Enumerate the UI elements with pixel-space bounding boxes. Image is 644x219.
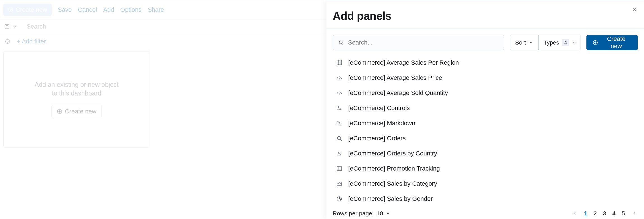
flyout-title: Add panels bbox=[333, 10, 392, 22]
chevron-down-icon bbox=[12, 24, 18, 30]
sliders-icon bbox=[336, 105, 343, 111]
empty-line-1: Add an existing or new object bbox=[35, 81, 119, 88]
panel-item-label: [eCommerce] Orders by Country bbox=[348, 150, 437, 157]
filter-group: Sort Types 4 bbox=[510, 35, 581, 50]
panel-item-label: [eCommerce] Promotion Tracking bbox=[348, 165, 440, 172]
rows-per-page-value: 10 bbox=[377, 210, 383, 217]
toolbar: Create new Save Cancel Add Options Share bbox=[0, 0, 326, 19]
options-link[interactable]: Options bbox=[120, 6, 141, 13]
panel-item-label: [eCommerce] Controls bbox=[348, 104, 410, 112]
types-dropdown[interactable]: Types 4 bbox=[538, 35, 581, 50]
flyout-create-new-button[interactable]: Create new bbox=[586, 35, 638, 50]
add-panels-flyout: Add panels Sort Types 4 bbox=[326, 0, 644, 219]
flyout-footer: Rows per page: 10 12345 bbox=[326, 207, 644, 219]
cancel-link[interactable]: Cancel bbox=[78, 6, 97, 13]
chevron-down-icon bbox=[386, 211, 390, 216]
panel-item-label: [eCommerce] Sales by Category bbox=[348, 180, 437, 187]
panel-item-label: [eCommerce] Sales by Gender bbox=[348, 195, 433, 202]
area-icon bbox=[336, 180, 343, 187]
flyout-header: Add panels bbox=[326, 0, 644, 29]
query-input[interactable] bbox=[22, 20, 326, 34]
close-icon bbox=[632, 7, 637, 13]
panel-list-item[interactable]: [eCommerce] Sales by Category bbox=[333, 176, 638, 191]
controls-row: Sort Types 4 Create new bbox=[333, 35, 638, 50]
dashboard-editor: Create new Save Cancel Add Options Share… bbox=[0, 0, 326, 219]
create-new-label: Create new bbox=[16, 6, 47, 13]
empty-dashboard-panel: Add an existing or new object to this da… bbox=[3, 51, 150, 148]
empty-line-2: to this dashboard bbox=[52, 90, 101, 97]
panel-list-item[interactable]: [eCommerce] Average Sold Quantity bbox=[333, 85, 638, 101]
plus-circle-icon bbox=[8, 7, 13, 13]
save-icon bbox=[4, 24, 10, 30]
table-icon bbox=[336, 165, 343, 172]
panel-list-item[interactable]: [eCommerce] Average Sales Price bbox=[333, 70, 638, 85]
query-bar bbox=[0, 19, 326, 34]
types-count-badge: 4 bbox=[562, 39, 569, 46]
page-prev[interactable] bbox=[571, 210, 578, 217]
page-1[interactable]: 1 bbox=[584, 210, 588, 217]
saved-query-picker[interactable] bbox=[0, 20, 22, 34]
empty-create-label: Create new bbox=[65, 108, 96, 115]
chevron-down-icon bbox=[572, 40, 577, 45]
panel-search-box[interactable] bbox=[333, 35, 504, 50]
chevron-down-icon bbox=[529, 40, 533, 45]
chevron-right-icon bbox=[632, 211, 637, 216]
plus-circle-icon bbox=[593, 40, 598, 45]
page-3[interactable]: 3 bbox=[603, 210, 606, 217]
rows-per-page-label: Rows per page: bbox=[333, 210, 374, 217]
page-2[interactable]: 2 bbox=[593, 210, 597, 217]
search-icon bbox=[338, 39, 344, 46]
pagination: 12345 bbox=[571, 210, 638, 217]
sort-dropdown[interactable]: Sort bbox=[510, 35, 538, 50]
empty-create-new-button[interactable]: Create new bbox=[51, 105, 102, 118]
filter-icon[interactable] bbox=[4, 38, 11, 45]
panel-list-item[interactable]: [eCommerce] Sales by Gender bbox=[333, 191, 638, 206]
page-next[interactable] bbox=[631, 210, 638, 217]
panel-list-item[interactable]: [eCommerce] Average Sales Per Region bbox=[333, 55, 638, 70]
panel-item-label: [eCommerce] Average Sales Price bbox=[348, 74, 442, 81]
page-5[interactable]: 5 bbox=[622, 210, 625, 217]
gauge-icon bbox=[336, 74, 343, 81]
add-link[interactable]: Add bbox=[103, 6, 114, 13]
panel-item-label: [eCommerce] Average Sales Per Region bbox=[348, 59, 459, 66]
panel-search-input[interactable] bbox=[348, 39, 499, 46]
panel-item-label: [eCommerce] Markdown bbox=[348, 120, 415, 127]
search-icon bbox=[336, 135, 343, 142]
create-new-button[interactable]: Create new bbox=[3, 4, 52, 16]
panel-item-label: [eCommerce] Average Sold Quantity bbox=[348, 89, 448, 97]
chevron-left-icon bbox=[572, 211, 577, 216]
markdown-icon bbox=[336, 120, 343, 127]
sort-label: Sort bbox=[515, 39, 526, 46]
flyout-body: Sort Types 4 Create new [eCommerce] Aver… bbox=[326, 29, 644, 207]
add-filter-button[interactable]: + Add filter bbox=[17, 38, 46, 45]
types-label: Types bbox=[544, 39, 559, 46]
share-link[interactable]: Share bbox=[148, 6, 164, 13]
filter-bar: + Add filter bbox=[0, 34, 326, 49]
panel-list: [eCommerce] Average Sales Per Region[eCo… bbox=[333, 55, 638, 206]
panel-list-item[interactable]: [eCommerce] Orders bbox=[333, 131, 638, 146]
save-link[interactable]: Save bbox=[58, 6, 72, 13]
close-button[interactable] bbox=[631, 6, 638, 14]
map-icon bbox=[336, 59, 343, 66]
plus-circle-icon bbox=[57, 109, 62, 114]
panel-list-item[interactable]: [eCommerce] Markdown bbox=[333, 116, 638, 131]
pie-icon bbox=[336, 195, 343, 202]
gauge-icon bbox=[336, 90, 343, 96]
panel-list-item[interactable]: [eCommerce] Controls bbox=[333, 101, 638, 116]
rows-per-page-selector[interactable]: Rows per page: 10 bbox=[333, 210, 390, 217]
panel-item-label: [eCommerce] Orders bbox=[348, 135, 406, 142]
panel-list-item[interactable]: [eCommerce] Orders by Country bbox=[333, 146, 638, 161]
geo-icon bbox=[336, 150, 343, 157]
panel-list-item[interactable]: [eCommerce] Promotion Tracking bbox=[333, 161, 638, 176]
page-4[interactable]: 4 bbox=[612, 210, 616, 217]
flyout-create-label: Create new bbox=[601, 35, 632, 50]
